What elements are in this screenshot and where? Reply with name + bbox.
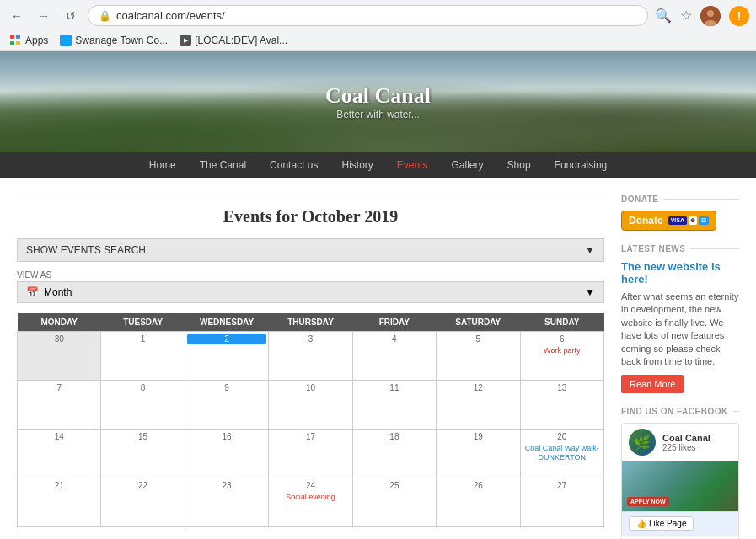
calendar-day[interactable]: 22 xyxy=(101,478,185,527)
fb-avatar-image: 🌿 xyxy=(629,429,656,456)
nav-gallery[interactable]: Gallery xyxy=(440,152,496,178)
calendar-event[interactable]: Social evening xyxy=(271,493,350,502)
news-body: After what seems an eternity in developm… xyxy=(621,291,739,368)
fb-image-wrap: APPLY NOW xyxy=(622,461,738,511)
day-number: 13 xyxy=(523,382,602,393)
search-dropdown-icon: ▼ xyxy=(585,244,595,256)
site-title: Coal Canal xyxy=(325,83,431,109)
calendar-day[interactable]: 12 xyxy=(437,381,520,430)
calendar-week-1: 78910111213 xyxy=(18,381,604,430)
site-subtitle: Better with water... xyxy=(325,109,431,120)
localdev-bookmark[interactable]: ▶ [LOCAL:DEV] Aval... xyxy=(180,35,287,46)
fb-like-button[interactable]: 👍 Like Page xyxy=(629,516,694,531)
back-button[interactable]: ← xyxy=(7,6,27,26)
calendar-day[interactable]: 24Social evening xyxy=(269,478,352,527)
site-wrapper: Coal Canal Better with water... Home The… xyxy=(0,51,756,539)
donate-section: DONATE Donate VISA ⊕ ⊡ xyxy=(621,195,739,231)
calendar-day[interactable]: 17 xyxy=(269,430,352,478)
calendar-day[interactable]: 9 xyxy=(185,381,268,430)
news-headline-link[interactable]: The new website is here! xyxy=(621,260,739,286)
warning-icon[interactable]: ! xyxy=(729,6,749,26)
col-sunday: SUNDAY xyxy=(520,313,603,332)
nav-events[interactable]: Events xyxy=(385,152,440,178)
nav-history[interactable]: History xyxy=(330,152,384,178)
calendar-day[interactable]: 19 xyxy=(437,430,520,478)
apps-bookmark[interactable]: Apps xyxy=(10,35,48,46)
visa-icon: VISA xyxy=(668,216,687,225)
address-bar[interactable]: 🔒 coalcanal.com/events/ xyxy=(88,5,648,26)
calendar-day[interactable]: 4 xyxy=(352,332,436,381)
view-as-value: Month xyxy=(44,286,72,298)
calendar-day[interactable]: 2 xyxy=(185,332,268,381)
browser-toolbar: ← → ↺ 🔒 coalcanal.com/events/ 🔍 ☆ ! xyxy=(0,0,756,31)
read-more-button[interactable]: Read More xyxy=(621,375,684,393)
fb-header: 🌿 Coal Canal 225 likes xyxy=(622,424,738,461)
day-number: 6 xyxy=(523,334,602,344)
donate-button[interactable]: Donate VISA ⊕ ⊡ xyxy=(621,211,716,231)
user-avatar[interactable] xyxy=(700,6,721,26)
day-number: 25 xyxy=(355,480,434,491)
nav-fundraising[interactable]: Fundraising xyxy=(543,152,619,178)
calendar-event[interactable]: Work party xyxy=(523,346,602,355)
facebook-widget: 🌿 Coal Canal 225 likes APPLY NOW xyxy=(621,423,739,539)
day-number: 1 xyxy=(103,334,182,344)
calendar-day[interactable]: 10 xyxy=(269,381,352,430)
day-number: 16 xyxy=(187,431,266,442)
calendar-day[interactable]: 1 xyxy=(101,332,185,381)
day-number: 14 xyxy=(19,431,99,442)
view-as-select[interactable]: 📅 Month ▼ xyxy=(17,281,604,303)
calendar-day[interactable]: 21 xyxy=(18,478,101,527)
show-events-label: SHOW EVENTS SEARCH xyxy=(26,244,146,256)
card-icons: VISA ⊕ ⊡ xyxy=(668,216,709,225)
nav-canal[interactable]: The Canal xyxy=(188,152,258,178)
calendar-day[interactable]: 16 xyxy=(185,430,268,478)
apply-now-badge[interactable]: APPLY NOW xyxy=(627,497,669,506)
calendar-day[interactable]: 20Coal Canal Way walk- DUNKERTON xyxy=(520,430,603,478)
calendar-day[interactable]: 13 xyxy=(520,381,603,430)
bookmark-star-icon[interactable]: ☆ xyxy=(680,8,692,24)
nav-home[interactable]: Home xyxy=(137,152,188,178)
nav-contact[interactable]: Contact us xyxy=(258,152,330,178)
apps-grid-icon xyxy=(10,35,22,46)
swanage-bookmark[interactable]: 🌐 Swanage Town Co... xyxy=(60,35,168,46)
search-icon[interactable]: 🔍 xyxy=(655,8,672,24)
calendar-day[interactable]: 15 xyxy=(101,430,185,478)
refresh-button[interactable]: ↺ xyxy=(61,6,81,26)
apps-label: Apps xyxy=(25,35,48,46)
calendar-day[interactable]: 5 xyxy=(437,332,520,381)
calendar-day[interactable]: 7 xyxy=(18,381,101,430)
day-number: 26 xyxy=(438,480,517,491)
latest-news-title: LATEST NEWS xyxy=(621,244,739,253)
calendar-day[interactable]: 30 xyxy=(18,332,101,381)
bookmarks-bar: Apps 🌐 Swanage Town Co... ▶ [LOCAL:DEV] … xyxy=(0,31,756,51)
calendar-day[interactable]: 23 xyxy=(185,478,268,527)
day-number: 11 xyxy=(355,382,434,393)
calendar-day[interactable]: 26 xyxy=(437,478,520,527)
localdev-label: [LOCAL:DEV] Aval... xyxy=(195,35,287,46)
calendar-event[interactable]: Coal Canal Way walk- DUNKERTON xyxy=(523,444,602,462)
calendar-day[interactable]: 14 xyxy=(18,430,101,478)
svg-point-1 xyxy=(707,10,714,17)
fb-thumbs-icon: 👍 xyxy=(636,519,646,528)
col-wednesday: WEDNESDAY xyxy=(185,313,268,332)
lock-icon: 🔒 xyxy=(99,10,111,22)
fb-like-section: 👍 Like Page xyxy=(622,511,738,535)
day-number: 20 xyxy=(523,431,602,442)
show-events-search-bar[interactable]: SHOW EVENTS SEARCH ▼ xyxy=(17,238,604,262)
forward-button[interactable]: → xyxy=(34,6,54,26)
view-as-label: VIEW AS xyxy=(17,270,604,280)
nav-shop[interactable]: Shop xyxy=(496,152,543,178)
col-tuesday: TUESDAY xyxy=(101,313,185,332)
calendar-day[interactable]: 25 xyxy=(352,478,436,527)
swanage-label: Swanage Town Co... xyxy=(75,35,168,46)
calendar-day[interactable]: 27 xyxy=(520,478,603,527)
view-as-dropdown-icon: ▼ xyxy=(585,286,595,298)
fb-likes-count: 225 likes xyxy=(662,443,710,452)
calendar-day[interactable]: 18 xyxy=(352,430,436,478)
calendar-day[interactable]: 11 xyxy=(352,381,436,430)
day-number: 17 xyxy=(271,431,350,442)
calendar-day[interactable]: 6Work party xyxy=(520,332,603,381)
day-number: 2 xyxy=(187,334,266,344)
calendar-day[interactable]: 3 xyxy=(269,332,352,381)
calendar-day[interactable]: 8 xyxy=(101,381,185,430)
